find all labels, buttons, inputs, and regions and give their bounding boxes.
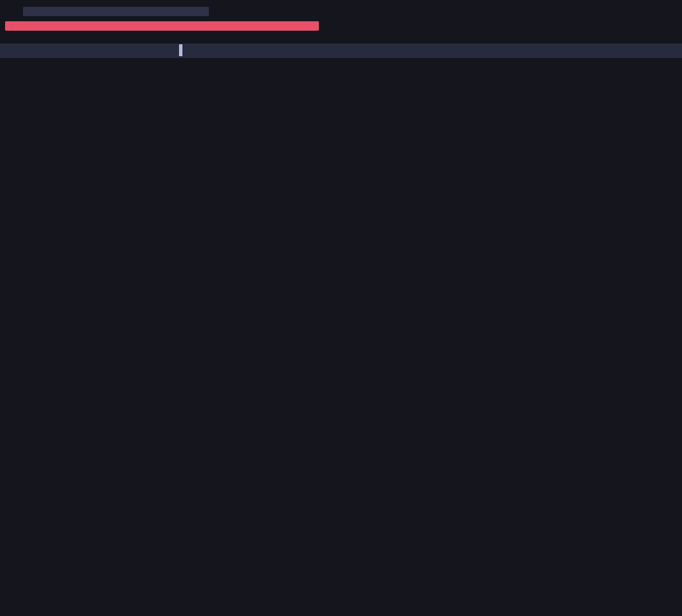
tachyon-profiler-app [0,0,682,616]
samples-row [0,5,682,20]
efficiency-bar-fail-fill [5,21,319,31]
table-header [0,43,682,58]
column-header-nsamples[interactable] [0,43,90,58]
sort-indicator [179,44,182,56]
column-header-direct-pct[interactable] [90,43,130,58]
opcodes-section-title [0,61,682,76]
column-header-tottime[interactable] [130,43,188,58]
samples-bar [23,7,209,16]
efficiency-bar [5,21,319,31]
column-header-file-line[interactable] [459,43,682,58]
column-header-function[interactable] [228,43,459,58]
efficiency-row [0,20,682,34]
column-header-cumulative-pct[interactable] [188,43,228,58]
